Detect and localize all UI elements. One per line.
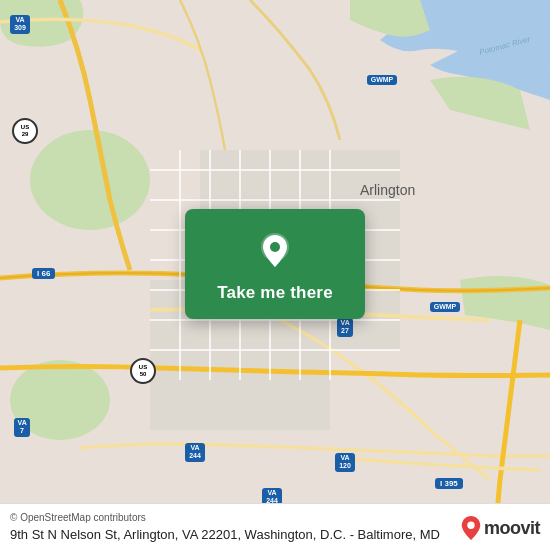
svg-text:Arlington: Arlington bbox=[360, 182, 415, 198]
moovit-pin-icon bbox=[461, 516, 481, 540]
badge-i66: I 66 bbox=[32, 268, 55, 279]
badge-us50: US50 bbox=[130, 358, 156, 384]
svg-point-8 bbox=[270, 242, 280, 252]
take-me-there-button[interactable]: Take me there bbox=[217, 283, 333, 303]
cta-overlay[interactable]: Take me there bbox=[185, 209, 365, 319]
moovit-wordmark: moovit bbox=[484, 518, 540, 539]
badge-i395: I 395 bbox=[435, 478, 463, 489]
badge-us29: US29 bbox=[12, 118, 38, 144]
moovit-logo: moovit bbox=[461, 516, 540, 540]
map-container: Potomac River bbox=[0, 0, 550, 550]
location-pin-icon bbox=[253, 229, 297, 273]
svg-point-9 bbox=[467, 522, 474, 529]
bottom-bar: © OpenStreetMap contributors 9th St N Ne… bbox=[0, 503, 550, 550]
svg-point-2 bbox=[30, 130, 150, 230]
